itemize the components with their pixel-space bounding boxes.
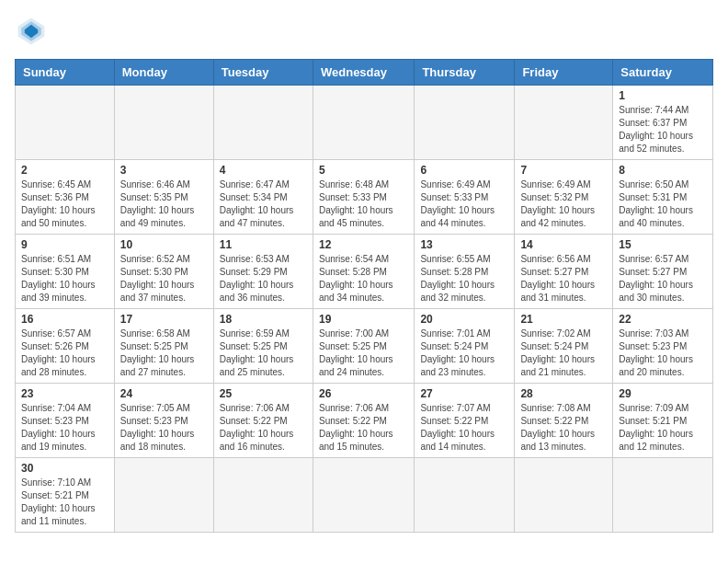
calendar-cell: 1Sunrise: 7:44 AM Sunset: 6:37 PM Daylig… [613,86,713,160]
calendar-cell: 20Sunrise: 7:01 AM Sunset: 5:24 PM Dayli… [415,309,515,384]
day-number: 13 [420,238,508,251]
calendar-cell [515,86,613,160]
calendar-cell: 22Sunrise: 7:03 AM Sunset: 5:23 PM Dayli… [613,309,713,384]
calendar-cell: 10Sunrise: 6:52 AM Sunset: 5:30 PM Dayli… [114,235,213,309]
day-info: Sunrise: 6:47 AM Sunset: 5:34 PM Dayligh… [220,178,307,230]
page-header [15,15,713,48]
day-info: Sunrise: 6:57 AM Sunset: 5:26 PM Dayligh… [21,327,108,379]
day-number: 20 [420,313,508,326]
calendar-cell [114,86,213,160]
day-number: 6 [420,164,508,177]
header-saturday: Saturday [613,60,713,86]
logo [15,15,51,48]
day-info: Sunrise: 6:51 AM Sunset: 5:30 PM Dayligh… [21,253,108,304]
calendar-week-row: 23Sunrise: 7:04 AM Sunset: 5:23 PM Dayli… [16,384,713,458]
day-number: 3 [120,164,208,177]
day-number: 30 [21,462,108,475]
calendar-cell: 6Sunrise: 6:49 AM Sunset: 5:33 PM Daylig… [415,160,515,235]
calendar-cell [114,458,213,533]
day-info: Sunrise: 7:03 AM Sunset: 5:23 PM Dayligh… [619,327,707,379]
calendar-cell: 13Sunrise: 6:55 AM Sunset: 5:28 PM Dayli… [415,235,515,309]
day-info: Sunrise: 6:52 AM Sunset: 5:30 PM Dayligh… [120,253,208,304]
day-info: Sunrise: 7:07 AM Sunset: 5:22 PM Dayligh… [420,402,508,454]
calendar-cell [213,86,313,160]
calendar-cell [16,86,115,160]
calendar-cell [415,458,515,533]
calendar-cell: 27Sunrise: 7:07 AM Sunset: 5:22 PM Dayli… [415,384,515,458]
day-number: 1 [619,89,707,102]
day-number: 29 [619,387,707,400]
day-number: 19 [319,313,408,326]
day-number: 8 [619,164,707,177]
day-number: 16 [21,313,108,326]
calendar-week-row: 30Sunrise: 7:10 AM Sunset: 5:21 PM Dayli… [16,458,713,533]
day-info: Sunrise: 6:56 AM Sunset: 5:27 PM Dayligh… [520,253,607,304]
calendar-cell: 11Sunrise: 6:53 AM Sunset: 5:29 PM Dayli… [213,235,313,309]
day-number: 26 [319,387,408,400]
calendar-cell: 7Sunrise: 6:49 AM Sunset: 5:32 PM Daylig… [515,160,613,235]
day-info: Sunrise: 7:04 AM Sunset: 5:23 PM Dayligh… [21,402,108,454]
day-info: Sunrise: 7:01 AM Sunset: 5:24 PM Dayligh… [420,327,508,379]
day-number: 21 [520,313,607,326]
calendar-cell: 25Sunrise: 7:06 AM Sunset: 5:22 PM Dayli… [213,384,313,458]
day-info: Sunrise: 7:10 AM Sunset: 5:21 PM Dayligh… [21,477,108,528]
calendar-cell: 29Sunrise: 7:09 AM Sunset: 5:21 PM Dayli… [613,384,713,458]
day-number: 4 [220,164,307,177]
header-thursday: Thursday [415,60,515,86]
day-info: Sunrise: 7:05 AM Sunset: 5:23 PM Dayligh… [120,402,208,454]
day-info: Sunrise: 6:49 AM Sunset: 5:32 PM Dayligh… [520,178,607,230]
calendar-cell: 21Sunrise: 7:02 AM Sunset: 5:24 PM Dayli… [515,309,613,384]
day-number: 9 [21,238,108,251]
day-info: Sunrise: 6:46 AM Sunset: 5:35 PM Dayligh… [120,178,208,230]
calendar-cell: 28Sunrise: 7:08 AM Sunset: 5:22 PM Dayli… [515,384,613,458]
day-info: Sunrise: 6:53 AM Sunset: 5:29 PM Dayligh… [220,253,307,304]
day-number: 24 [120,387,208,400]
calendar-cell: 16Sunrise: 6:57 AM Sunset: 5:26 PM Dayli… [16,309,115,384]
day-info: Sunrise: 6:49 AM Sunset: 5:33 PM Dayligh… [420,178,508,230]
day-info: Sunrise: 6:50 AM Sunset: 5:31 PM Dayligh… [619,178,707,230]
day-number: 14 [520,238,607,251]
calendar-cell: 2Sunrise: 6:45 AM Sunset: 5:36 PM Daylig… [16,160,115,235]
calendar-cell [213,458,313,533]
calendar-cell: 15Sunrise: 6:57 AM Sunset: 5:27 PM Dayli… [613,235,713,309]
header-wednesday: Wednesday [313,60,414,86]
day-number: 25 [220,387,307,400]
calendar-header-row: SundayMondayTuesdayWednesdayThursdayFrid… [16,60,713,86]
day-number: 27 [420,387,508,400]
header-friday: Friday [515,60,613,86]
calendar-cell: 30Sunrise: 7:10 AM Sunset: 5:21 PM Dayli… [16,458,115,533]
day-number: 11 [220,238,307,251]
calendar-cell: 17Sunrise: 6:58 AM Sunset: 5:25 PM Dayli… [114,309,213,384]
calendar-cell: 18Sunrise: 6:59 AM Sunset: 5:25 PM Dayli… [213,309,313,384]
day-number: 17 [120,313,208,326]
calendar-cell: 8Sunrise: 6:50 AM Sunset: 5:31 PM Daylig… [613,160,713,235]
calendar-cell: 9Sunrise: 6:51 AM Sunset: 5:30 PM Daylig… [16,235,115,309]
day-info: Sunrise: 6:45 AM Sunset: 5:36 PM Dayligh… [21,178,108,230]
day-info: Sunrise: 7:08 AM Sunset: 5:22 PM Dayligh… [520,402,607,454]
calendar-cell: 24Sunrise: 7:05 AM Sunset: 5:23 PM Dayli… [114,384,213,458]
day-info: Sunrise: 7:06 AM Sunset: 5:22 PM Dayligh… [319,402,408,454]
header-sunday: Sunday [16,60,115,86]
day-number: 22 [619,313,707,326]
calendar-week-row: 16Sunrise: 6:57 AM Sunset: 5:26 PM Dayli… [16,309,713,384]
calendar-cell [313,86,414,160]
day-info: Sunrise: 7:06 AM Sunset: 5:22 PM Dayligh… [220,402,307,454]
calendar-cell: 19Sunrise: 7:00 AM Sunset: 5:25 PM Dayli… [313,309,414,384]
day-info: Sunrise: 6:58 AM Sunset: 5:25 PM Dayligh… [120,327,208,379]
day-number: 2 [21,164,108,177]
logo-icon [15,15,48,48]
calendar-cell [415,86,515,160]
calendar-cell: 5Sunrise: 6:48 AM Sunset: 5:33 PM Daylig… [313,160,414,235]
day-info: Sunrise: 6:59 AM Sunset: 5:25 PM Dayligh… [220,327,307,379]
calendar-week-row: 1Sunrise: 7:44 AM Sunset: 6:37 PM Daylig… [16,86,713,160]
day-info: Sunrise: 6:54 AM Sunset: 5:28 PM Dayligh… [319,253,408,304]
day-info: Sunrise: 7:00 AM Sunset: 5:25 PM Dayligh… [319,327,408,379]
day-number: 23 [21,387,108,400]
day-number: 5 [319,164,408,177]
calendar-cell: 26Sunrise: 7:06 AM Sunset: 5:22 PM Dayli… [313,384,414,458]
calendar-cell [515,458,613,533]
day-info: Sunrise: 7:44 AM Sunset: 6:37 PM Dayligh… [619,104,707,155]
day-number: 12 [319,238,408,251]
day-number: 18 [220,313,307,326]
calendar-cell [313,458,414,533]
